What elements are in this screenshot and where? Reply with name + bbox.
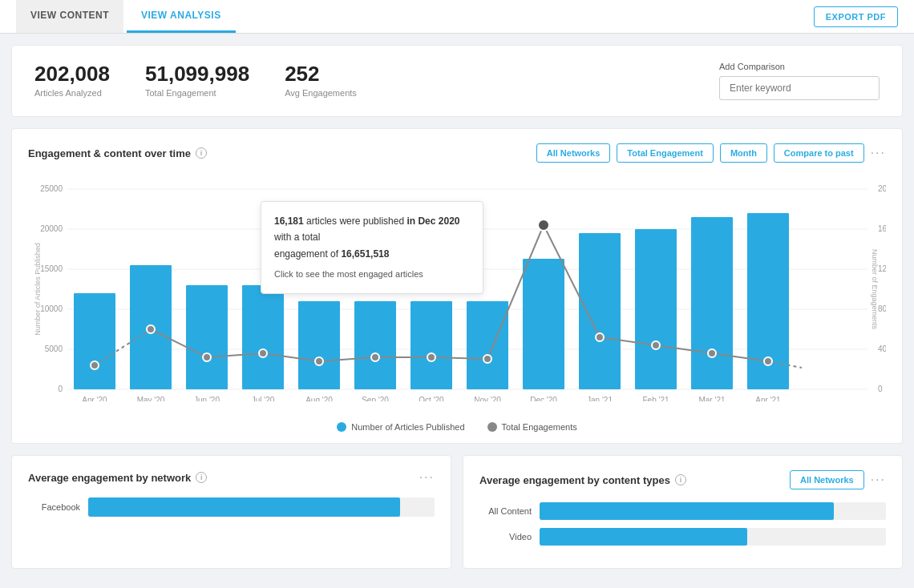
chart-legend: Number of Articles Published Total Engag… bbox=[28, 422, 886, 435]
svg-text:15000: 15000 bbox=[40, 264, 63, 273]
all-content-bar-row: All Content bbox=[479, 502, 886, 520]
facebook-label: Facebook bbox=[28, 502, 80, 512]
network-panel: Average engagement by network i ··· Face… bbox=[11, 455, 451, 569]
all-networks-content-button[interactable]: All Networks bbox=[790, 470, 864, 489]
avg-label: Avg Engagements bbox=[285, 88, 357, 98]
engagement-value: 51,099,998 bbox=[145, 62, 249, 87]
svg-text:Apr '20: Apr '20 bbox=[82, 396, 107, 401]
tooltip-text1: articles were published bbox=[304, 215, 407, 227]
svg-point-34 bbox=[147, 325, 155, 333]
legend-engagements-label: Total Engagements bbox=[502, 422, 577, 432]
svg-rect-20 bbox=[74, 293, 115, 389]
svg-text:0: 0 bbox=[878, 385, 883, 393]
svg-text:0: 0 bbox=[58, 385, 63, 393]
compare-to-past-button[interactable]: Compare to past bbox=[774, 143, 864, 163]
tooltip-num: 16,181 bbox=[274, 215, 304, 227]
svg-text:Nov '20: Nov '20 bbox=[474, 396, 501, 401]
svg-rect-22 bbox=[186, 285, 228, 389]
chart-more-icon[interactable]: ··· bbox=[871, 146, 886, 160]
svg-rect-28 bbox=[523, 259, 564, 389]
svg-rect-24 bbox=[298, 301, 340, 389]
tooltip-engagement-val: 16,651,518 bbox=[341, 248, 389, 260]
svg-text:Oct '20: Oct '20 bbox=[419, 396, 444, 401]
tab-view-content[interactable]: VIEW CONTENT bbox=[16, 0, 123, 33]
network-more-icon[interactable]: ··· bbox=[419, 470, 435, 485]
svg-text:Feb '21: Feb '21 bbox=[642, 396, 669, 401]
network-title-text: Average engagement by network bbox=[28, 472, 191, 484]
svg-text:Number of Articles Published: Number of Articles Published bbox=[34, 243, 42, 336]
network-panel-title: Average engagement by network i bbox=[28, 472, 207, 484]
chart-controls: All Networks Total Engagement Month Comp… bbox=[536, 143, 886, 163]
svg-point-39 bbox=[427, 353, 435, 361]
keyword-input[interactable] bbox=[719, 76, 880, 100]
all-networks-button[interactable]: All Networks bbox=[536, 143, 611, 163]
content-type-panel-title: Average engagement by content types i bbox=[479, 474, 686, 486]
svg-point-42 bbox=[596, 333, 604, 341]
tabs: VIEW CONTENT VIEW ANALYSIS bbox=[16, 0, 236, 33]
svg-text:Mar '21: Mar '21 bbox=[698, 396, 725, 401]
svg-text:Sep '20: Sep '20 bbox=[362, 396, 389, 401]
video-bar-row: Video bbox=[479, 528, 886, 546]
all-content-label: All Content bbox=[479, 506, 532, 516]
tooltip-engagement-pre: engagement of bbox=[274, 248, 341, 260]
svg-point-38 bbox=[371, 353, 379, 361]
chart-title: Engagement & content over time i bbox=[28, 147, 207, 159]
video-bar-track bbox=[540, 528, 886, 546]
svg-text:Jul '20: Jul '20 bbox=[252, 396, 275, 401]
top-bar: VIEW CONTENT VIEW ANALYSIS EXPORT PDF bbox=[0, 0, 914, 34]
tooltip-click-text[interactable]: Click to see the most engaged articles bbox=[274, 267, 470, 282]
export-pdf-button[interactable]: EXPORT PDF bbox=[814, 6, 898, 27]
articles-stat: 202,008 Articles Analyzed bbox=[34, 62, 110, 98]
chart-tooltip: 16,181 articles were published in Dec 20… bbox=[261, 201, 483, 294]
facebook-bar-track bbox=[88, 497, 435, 517]
engagement-label: Total Engagement bbox=[145, 88, 249, 98]
svg-text:Aug '20: Aug '20 bbox=[305, 396, 333, 401]
chart-info-icon[interactable]: i bbox=[196, 147, 207, 159]
content-type-title-text: Average engagement by content types bbox=[479, 474, 670, 486]
tooltip-line2: engagement of 16,651,518 bbox=[274, 246, 470, 262]
add-comparison: Add Comparison bbox=[719, 62, 880, 100]
svg-rect-29 bbox=[579, 233, 621, 389]
stats-panel: 202,008 Articles Analyzed 51,099,998 Tot… bbox=[11, 45, 903, 117]
svg-point-41 bbox=[538, 219, 549, 231]
legend-articles-label: Number of Articles Published bbox=[351, 422, 464, 432]
chart-area: 0 5000 10000 15000 20000 25000 0 4000000… bbox=[28, 169, 886, 417]
svg-text:May '20: May '20 bbox=[137, 396, 165, 401]
network-info-icon[interactable]: i bbox=[196, 472, 207, 483]
all-content-bar-track bbox=[540, 502, 886, 520]
legend-articles-dot bbox=[337, 422, 346, 432]
network-panel-header: Average engagement by network i ··· bbox=[28, 470, 435, 485]
total-engagement-button[interactable]: Total Engagement bbox=[617, 143, 714, 163]
svg-point-35 bbox=[203, 353, 211, 361]
svg-rect-26 bbox=[410, 301, 452, 389]
svg-rect-25 bbox=[354, 301, 396, 389]
tooltip-text-end: with a total bbox=[274, 232, 320, 243]
svg-text:Jun '20: Jun '20 bbox=[194, 396, 220, 401]
facebook-bar-fill bbox=[88, 497, 400, 517]
svg-text:10000: 10000 bbox=[40, 304, 63, 313]
svg-point-43 bbox=[652, 341, 660, 349]
svg-text:20000000: 20000000 bbox=[878, 184, 886, 193]
add-comparison-label: Add Comparison bbox=[719, 62, 880, 71]
svg-text:Dec '20: Dec '20 bbox=[530, 396, 557, 401]
svg-text:Apr '21: Apr '21 bbox=[755, 396, 781, 401]
content-type-controls: All Networks ··· bbox=[790, 470, 886, 489]
content-type-info-icon[interactable]: i bbox=[675, 474, 686, 485]
all-content-bar-fill bbox=[540, 502, 834, 520]
svg-rect-31 bbox=[691, 217, 733, 389]
svg-text:16000000: 16000000 bbox=[878, 224, 886, 233]
svg-text:4000000: 4000000 bbox=[878, 344, 886, 353]
tab-view-analysis[interactable]: VIEW ANALYSIS bbox=[127, 0, 236, 33]
legend-engagements-dot bbox=[487, 422, 497, 432]
content-type-more-icon[interactable]: ··· bbox=[871, 473, 886, 487]
facebook-bar-row: Facebook bbox=[28, 497, 435, 517]
month-button[interactable]: Month bbox=[720, 143, 767, 163]
svg-text:20000: 20000 bbox=[40, 224, 63, 233]
svg-rect-23 bbox=[242, 285, 284, 389]
main-chart-panel: Engagement & content over time i All Net… bbox=[11, 128, 903, 444]
engagement-stat: 51,099,998 Total Engagement bbox=[145, 62, 249, 98]
chart-header: Engagement & content over time i All Net… bbox=[28, 143, 886, 163]
content-type-panel-header: Average engagement by content types i Al… bbox=[479, 470, 886, 489]
legend-engagements: Total Engagements bbox=[487, 422, 577, 432]
tooltip-bold-date: in Dec 2020 bbox=[406, 215, 459, 227]
